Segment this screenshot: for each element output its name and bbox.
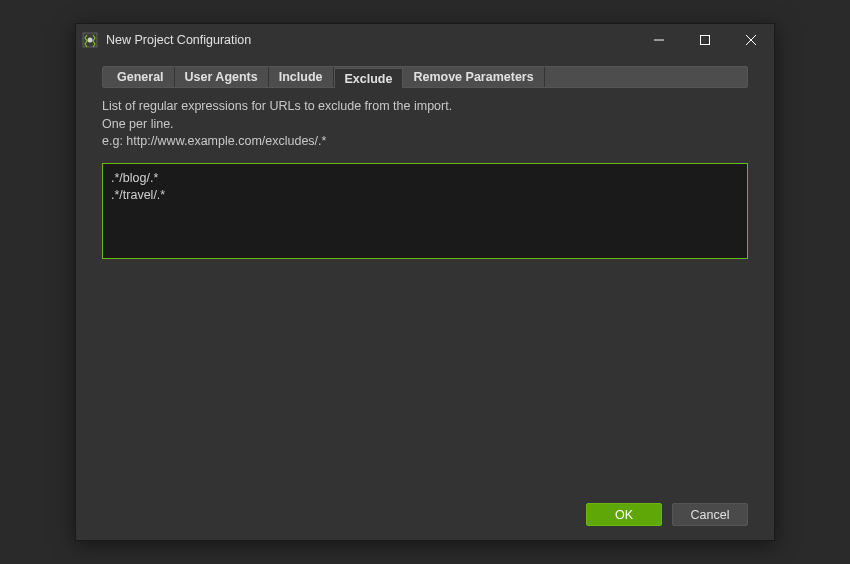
description-text: List of regular expressions for URLs to … [102,98,748,151]
close-button[interactable] [728,24,774,56]
tab-remove-parameters[interactable]: Remove Parameters [403,67,544,87]
description-line: e.g: http://www.example.com/excludes/.* [102,133,748,151]
description-line: One per line. [102,116,748,134]
exclude-textarea-wrapper [102,163,748,262]
ok-button[interactable]: OK [586,503,662,526]
exclude-patterns-input[interactable] [102,163,748,259]
dialog-content: General User Agents Include Exclude Remo… [76,56,774,493]
cancel-button[interactable]: Cancel [672,503,748,526]
window-title: New Project Configuration [106,33,636,47]
tab-user-agents[interactable]: User Agents [175,67,269,87]
description-line: List of regular expressions for URLs to … [102,98,748,116]
tab-general[interactable]: General [107,67,175,87]
dialog-window: New Project Configuration General User A… [75,23,775,541]
tab-exclude[interactable]: Exclude [334,68,404,88]
dialog-footer: OK Cancel [76,493,774,540]
app-icon [82,32,98,48]
tab-include[interactable]: Include [269,67,334,87]
svg-point-1 [88,38,93,43]
tab-bar: General User Agents Include Exclude Remo… [102,66,748,88]
maximize-button[interactable] [682,24,728,56]
window-controls [636,24,774,56]
svg-rect-3 [701,36,710,45]
titlebar: New Project Configuration [76,24,774,56]
minimize-button[interactable] [636,24,682,56]
